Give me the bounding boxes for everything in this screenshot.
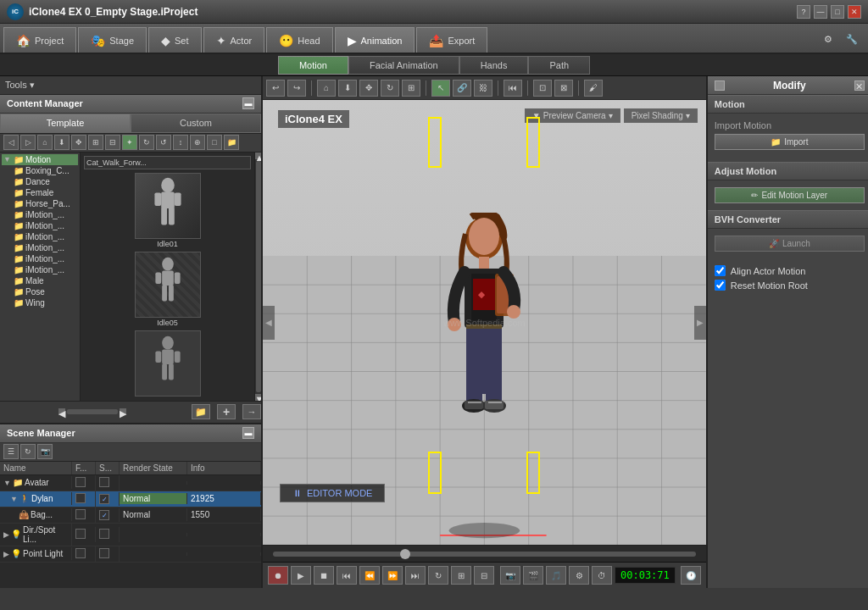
rp-close-btn[interactable]: ✕: [854, 80, 865, 91]
pb-more1[interactable]: ⊞: [451, 566, 471, 585]
cm-btn-5[interactable]: ⊟: [105, 135, 120, 150]
nav-arrow-right[interactable]: ▶: [694, 306, 706, 340]
vp-paint[interactable]: 🖌: [584, 80, 603, 97]
pb-settings[interactable]: ⚙: [569, 566, 589, 585]
vp-scale[interactable]: ⊞: [402, 80, 420, 97]
tree-item-female[interactable]: 📁 Female: [2, 187, 78, 198]
help-button[interactable]: ?: [797, 5, 810, 19]
dirspot-f-cb[interactable]: [75, 529, 86, 539]
grid-item-idle01[interactable]: Idle01: [84, 173, 251, 248]
pb-more2[interactable]: ⊟: [474, 566, 494, 585]
vp-link[interactable]: 🔗: [453, 80, 471, 97]
grid-item-idle05[interactable]: Idle05: [84, 252, 251, 327]
avatar-f-cb[interactable]: [75, 477, 86, 487]
tree-item-imotion4[interactable]: 📁 iMotion_...: [2, 242, 78, 253]
align-actor-checkbox[interactable]: [715, 265, 726, 276]
scrollbar-down[interactable]: ▼: [255, 394, 262, 401]
reset-motion-checkbox[interactable]: [715, 280, 726, 291]
tree-item-imotion3[interactable]: 📁 iMotion_...: [2, 231, 78, 242]
tab-actor[interactable]: ✦ Actor: [203, 27, 265, 53]
cm-btn-11[interactable]: □: [207, 135, 222, 150]
sub-tab-motion[interactable]: Motion: [278, 56, 348, 75]
pb-record[interactable]: ⏺: [268, 566, 288, 585]
vp-redo[interactable]: ↪: [287, 80, 306, 97]
tree-item-pose[interactable]: 📁 Pose: [2, 286, 78, 297]
tab-stage[interactable]: 🎭 Stage: [78, 27, 147, 53]
bag-f-cb[interactable]: [75, 509, 86, 519]
rp-min-btn[interactable]: [715, 80, 725, 91]
tree-item-imotion6[interactable]: 📁 iMotion_...: [2, 264, 78, 275]
sel-handle-right-bottom[interactable]: [526, 452, 540, 494]
sm-btn-3[interactable]: 📷: [37, 444, 53, 459]
shading-selector[interactable]: Pixel Shading ▾: [624, 108, 698, 123]
vp-undo[interactable]: ↩: [266, 80, 285, 97]
cm-forward-btn[interactable]: →: [242, 404, 261, 419]
vp-rewind[interactable]: ⏮: [504, 80, 522, 97]
launch-button[interactable]: 🚀 Launch: [715, 236, 865, 252]
cm-btn-4[interactable]: ⊞: [88, 135, 103, 150]
pb-rewind[interactable]: ⏪: [359, 566, 380, 585]
tab-animation[interactable]: ▶ Animation: [335, 27, 415, 53]
cm-btn-10[interactable]: ⊕: [190, 135, 205, 150]
pointlight-f-cb[interactable]: [75, 548, 86, 558]
timeline-slider[interactable]: [273, 552, 696, 557]
tree-item-wing[interactable]: 📁 Wing: [2, 297, 78, 308]
dylan-f-cb[interactable]: [75, 493, 86, 503]
cm-tab-custom[interactable]: Custom: [131, 114, 261, 133]
scene-row-pointlight[interactable]: ▶ 💡 Point Light: [0, 546, 261, 563]
tools-gear-btn[interactable]: ⚙: [824, 34, 843, 53]
tab-set[interactable]: ◆ Set: [148, 27, 202, 53]
pointlight-s-cb[interactable]: [99, 548, 109, 558]
sub-tab-facial[interactable]: Facial Animation: [348, 56, 459, 75]
cm-tab-template[interactable]: Template: [0, 114, 131, 133]
tree-item-horse[interactable]: 📁 Horse_Pa...: [2, 198, 78, 209]
cm-add-btn[interactable]: +: [217, 404, 236, 419]
grid-item-unnamed[interactable]: [84, 330, 251, 397]
tree-item-dance[interactable]: 📁 Dance: [2, 176, 78, 187]
scene-row-avatar[interactable]: ▼ 📁 Avatar: [0, 475, 261, 491]
tree-item-male[interactable]: 📁 Male: [2, 275, 78, 286]
vp-rotate[interactable]: ↻: [381, 80, 399, 97]
timeline-thumb[interactable]: [400, 549, 410, 559]
pb-next[interactable]: ⏭: [405, 566, 426, 585]
sel-handle-right-top[interactable]: [526, 117, 540, 168]
sm-btn-1[interactable]: ☰: [3, 444, 19, 459]
bag-s-cb[interactable]: ✓: [99, 510, 109, 520]
vp-unlink[interactable]: ⛓: [474, 80, 492, 97]
cm-btn-home[interactable]: ⌂: [37, 135, 53, 150]
pb-play[interactable]: ▶: [291, 566, 311, 585]
cm-btn-12[interactable]: 📁: [224, 135, 239, 150]
pb-forward[interactable]: ⏩: [382, 566, 403, 585]
tree-item-imotion1[interactable]: 📁 iMotion_...: [2, 209, 78, 220]
cm-btn-move[interactable]: ✥: [71, 135, 86, 150]
vp-toggle2[interactable]: ⊠: [554, 80, 573, 97]
content-manager-minimize[interactable]: ▬: [242, 97, 254, 109]
tab-export[interactable]: 📤 Export: [416, 27, 487, 53]
scrollbar-thumb[interactable]: [256, 161, 261, 392]
cm-btn-6[interactable]: ✦: [122, 135, 137, 150]
sel-handle-left-top[interactable]: [428, 117, 442, 168]
avatar-s-cb[interactable]: [99, 477, 109, 487]
hscroll-left[interactable]: ◀: [58, 408, 65, 415]
sm-btn-2[interactable]: ↻: [20, 444, 36, 459]
hscroll-track[interactable]: [67, 409, 118, 414]
maximize-button[interactable]: □: [831, 5, 844, 19]
dylan-s-cb[interactable]: ✓: [99, 494, 109, 504]
scene-manager-minimize[interactable]: ▬: [242, 427, 254, 439]
tree-item-motion[interactable]: ▼ 📁 Motion: [2, 154, 78, 165]
grid-item-catwalk[interactable]: Cat_Walk_Forw...: [84, 156, 251, 169]
tree-item-boxing[interactable]: 📁 Boxing_C...: [2, 165, 78, 176]
scene-row-bag[interactable]: 👜 Bag... ✓ Normal 1550: [0, 507, 261, 524]
minimize-button[interactable]: —: [814, 5, 827, 19]
pb-timer[interactable]: ⏱: [592, 566, 612, 585]
cm-btn-8[interactable]: ↺: [156, 135, 171, 150]
cm-btn-1[interactable]: ◁: [3, 135, 19, 150]
scene-row-dylan[interactable]: ▼ 🚶 Dylan ✓ Normal 21925: [0, 491, 261, 507]
hscroll-right[interactable]: ▶: [120, 408, 126, 415]
pb-prev[interactable]: ⏮: [337, 566, 357, 585]
close-button[interactable]: ✕: [848, 5, 861, 19]
cm-btn-down[interactable]: ⬇: [54, 135, 70, 150]
tree-item-imotion2[interactable]: 📁 iMotion_...: [2, 220, 78, 231]
nav-arrow-left[interactable]: ◀: [263, 306, 275, 340]
vp-toggle1[interactable]: ⊡: [533, 80, 552, 97]
